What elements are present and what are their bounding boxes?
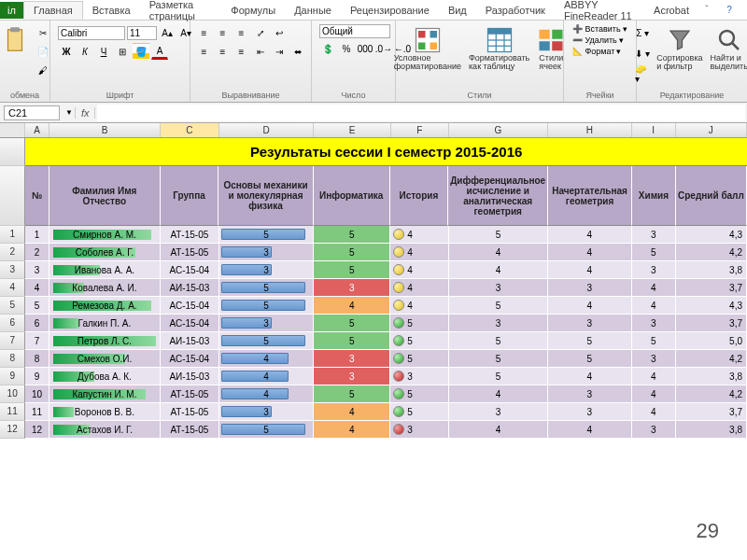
cell-diff[interactable]: 5 (449, 332, 548, 350)
autosum-icon[interactable]: Σ ▾ (634, 24, 651, 41)
cell-num[interactable]: 10 (25, 385, 49, 403)
cell-group[interactable]: АТ-15-05 (161, 226, 219, 244)
font-color-icon[interactable]: A (151, 43, 168, 60)
ribbon-tab-1[interactable]: Вставка (83, 2, 140, 19)
row-header[interactable]: 2 (0, 244, 25, 261)
cell-diff[interactable]: 5 (449, 226, 548, 244)
cell-avg[interactable]: 4,3 (676, 226, 747, 244)
row-header[interactable]: 3 (0, 261, 25, 279)
cell-diff[interactable]: 3 (449, 279, 548, 297)
col-header-J[interactable]: J (676, 123, 747, 137)
cell-diff[interactable]: 4 (449, 385, 548, 403)
cell-fio[interactable]: Воронов В. В. (49, 403, 161, 421)
find-select-button[interactable]: Найти и выделить (709, 24, 747, 73)
cell-avg[interactable]: 3,8 (676, 368, 747, 385)
cell-diff[interactable]: 5 (449, 350, 548, 368)
cell-chem[interactable]: 4 (632, 368, 676, 385)
cell-inf[interactable]: 3 (314, 368, 390, 385)
row-header[interactable]: 11 (0, 403, 25, 421)
select-all-corner[interactable] (0, 123, 25, 137)
col-header-G[interactable]: G (449, 123, 548, 137)
cell-chem[interactable]: 3 (632, 350, 676, 368)
name-box[interactable] (4, 105, 60, 120)
cell-group[interactable]: АИ-15-03 (161, 368, 219, 385)
ribbon-tab-4[interactable]: Данные (285, 2, 341, 19)
cell-nach[interactable]: 3 (548, 403, 632, 421)
cell-avg[interactable]: 4,2 (676, 385, 747, 403)
row-header[interactable]: 5 (0, 297, 25, 315)
cell-diff[interactable]: 5 (449, 297, 548, 315)
cell-hist[interactable]: 4 (390, 297, 449, 315)
help-icon[interactable]: ? (721, 2, 738, 19)
row-header[interactable] (0, 138, 25, 166)
cell-avg[interactable]: 5,0 (676, 332, 747, 350)
cell-diff[interactable]: 4 (449, 261, 548, 279)
formula-input[interactable] (97, 105, 745, 121)
cell-diff[interactable]: 4 (449, 421, 548, 439)
currency-icon[interactable]: 💲 (319, 40, 336, 57)
cell-avg[interactable]: 4,3 (676, 297, 747, 315)
ribbon-tab-6[interactable]: Вид (439, 2, 476, 19)
cell-mech[interactable]: 3 (219, 315, 315, 332)
cell-num[interactable]: 7 (25, 332, 49, 350)
fx-icon[interactable]: fx (75, 107, 96, 119)
ribbon-tab-3[interactable]: Формулы (221, 2, 285, 19)
col-header-C[interactable]: C (161, 123, 219, 137)
format-painter-icon[interactable]: 🖌 (35, 62, 51, 78)
cell-fio[interactable]: Ремезова Д. А. (49, 297, 161, 315)
cell-nach[interactable]: 3 (548, 385, 632, 403)
cell-mech[interactable]: 3 (219, 244, 315, 261)
cell-hist[interactable]: 3 (390, 368, 449, 385)
cell-inf[interactable]: 5 (314, 226, 390, 244)
cell-nach[interactable]: 4 (548, 226, 632, 244)
cell-hist[interactable]: 5 (390, 350, 449, 368)
cell-avg[interactable]: 3,7 (676, 315, 747, 332)
cut-icon[interactable]: ✂ (35, 24, 51, 41)
worksheet[interactable]: ABCDEFGHIJ Результаты сессии I семестр 2… (0, 123, 747, 439)
cell-num[interactable]: 2 (25, 244, 49, 261)
cell-mech[interactable]: 4 (219, 368, 315, 385)
grow-font-icon[interactable]: A▴ (159, 24, 176, 41)
cell-fio[interactable]: Дубова А. К. (49, 368, 161, 385)
cell-nach[interactable]: 5 (548, 350, 632, 368)
cell-num[interactable]: 9 (25, 368, 49, 385)
ribbon-tab-7[interactable]: Разработчик (476, 2, 555, 19)
cell-mech[interactable]: 4 (219, 350, 315, 368)
cell-group[interactable]: АС-15-04 (161, 261, 219, 279)
cell-group[interactable]: АТ-15-05 (161, 403, 219, 421)
comma-icon[interactable]: 000 (357, 40, 374, 57)
increase-indent-icon[interactable]: ⇥ (271, 43, 288, 60)
underline-icon[interactable]: Ч (95, 43, 112, 60)
cell-inf[interactable]: 4 (314, 421, 390, 439)
cell-group[interactable]: АИ-15-03 (161, 332, 219, 350)
cell-group[interactable]: АТ-15-05 (161, 385, 219, 403)
cell-chem[interactable]: 3 (632, 421, 676, 439)
row-header[interactable] (0, 166, 25, 226)
cell-fio[interactable]: Смехов О.И. (49, 350, 161, 368)
cell-inf[interactable]: 5 (314, 315, 390, 332)
cell-group[interactable]: АТ-15-05 (161, 421, 219, 439)
col-header-I[interactable]: I (632, 123, 676, 137)
row-header[interactable]: 4 (0, 279, 25, 297)
cell-avg[interactable]: 3,7 (676, 403, 747, 421)
italic-icon[interactable]: К (77, 43, 93, 60)
minimize-ribbon-icon[interactable]: ˇ (698, 2, 715, 19)
cell-num[interactable]: 8 (25, 350, 49, 368)
cell-inf[interactable]: 3 (314, 279, 390, 297)
col-header-D[interactable]: D (219, 123, 315, 137)
align-bottom-icon[interactable]: ≡ (233, 24, 250, 41)
increase-decimal-icon[interactable]: .0→ (375, 40, 392, 57)
cell-mech[interactable]: 5 (219, 226, 315, 244)
cell-num[interactable]: 5 (25, 297, 49, 315)
cell-nach[interactable]: 3 (548, 279, 632, 297)
cell-fio[interactable]: Иванова А. А. (49, 261, 161, 279)
orientation-icon[interactable]: ⤢ (252, 24, 269, 41)
col-header-E[interactable]: E (314, 123, 390, 137)
row-header[interactable]: 12 (0, 421, 25, 439)
bold-icon[interactable]: Ж (58, 43, 75, 60)
cell-mech[interactable]: 5 (219, 279, 315, 297)
cell-group[interactable]: АС-15-04 (161, 350, 219, 368)
cell-mech[interactable]: 4 (219, 385, 315, 403)
fill-color-icon[interactable]: 🪣 (133, 43, 149, 60)
ribbon-tab-9[interactable]: Acrobat (644, 2, 698, 19)
